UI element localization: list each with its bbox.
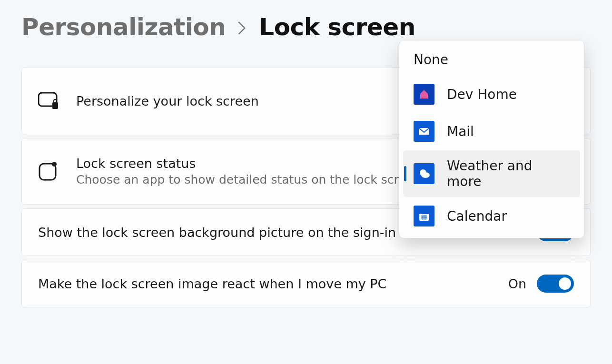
react-move-row: Make the lock screen image react when I … — [21, 260, 591, 307]
react-move-state: On — [508, 276, 526, 291]
breadcrumb-parent[interactable]: Personalization — [21, 13, 226, 41]
dropdown-option-label: Dev Home — [447, 87, 517, 102]
svg-rect-1 — [52, 102, 58, 109]
breadcrumb: Personalization Lock screen — [21, 13, 591, 41]
svg-point-6 — [421, 172, 430, 178]
dropdown-option-label: Mail — [447, 124, 474, 139]
dropdown-option-devhome[interactable]: Dev Home — [403, 76, 580, 112]
svg-point-3 — [52, 162, 57, 167]
svg-rect-8 — [419, 212, 429, 214]
status-widget-icon — [38, 161, 59, 182]
calendar-icon — [414, 206, 434, 226]
breadcrumb-current: Lock screen — [259, 13, 415, 41]
dropdown-option-label: Weather and more — [447, 158, 570, 189]
dropdown-option-label: Calendar — [447, 208, 507, 224]
dropdown-option-weather[interactable]: Weather and more — [403, 150, 580, 197]
dropdown-option-label: None — [414, 52, 448, 68]
weather-icon — [414, 163, 434, 184]
dropdown-option-calendar[interactable]: Calendar — [403, 198, 580, 234]
dropdown-option-none[interactable]: None — [403, 44, 580, 75]
lock-screen-preview-icon — [38, 91, 59, 110]
dropdown-option-mail[interactable]: Mail — [403, 113, 580, 149]
status-app-dropdown: None Dev Home Mail Weather and more Cale… — [399, 40, 584, 238]
mail-icon — [414, 121, 434, 142]
react-move-toggle[interactable] — [537, 275, 574, 293]
devhome-icon — [414, 84, 434, 105]
react-move-label: Make the lock screen image react when I … — [38, 276, 491, 291]
chevron-right-icon — [237, 18, 247, 39]
